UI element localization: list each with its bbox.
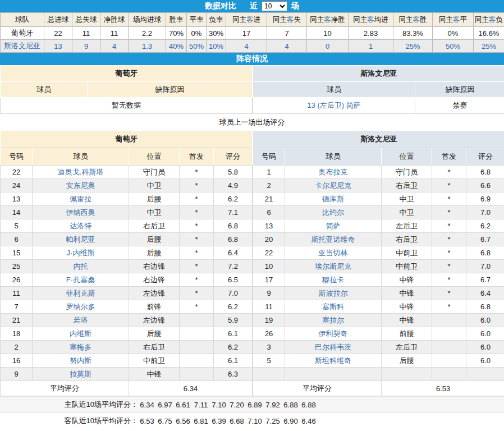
player-link[interactable]: 塞斯科 — [322, 302, 344, 311]
player-link[interactable]: J·内维斯 — [67, 249, 95, 257]
player-number-cell: 14 — [1, 206, 33, 219]
player-name-cell[interactable]: 塞拉尔 — [285, 314, 382, 327]
player-starter-cell — [432, 341, 466, 354]
player-starter-cell — [432, 327, 466, 341]
player-link[interactable]: 比约尔 — [322, 208, 344, 217]
player-position-cell: 中锋 — [382, 300, 432, 314]
match-count-select[interactable]: 10 — [262, 1, 287, 11]
player-name-cell[interactable]: 塞梅多 — [33, 341, 129, 354]
player-starter-cell: * — [180, 273, 214, 287]
player-starter-cell: * — [432, 260, 466, 273]
player-name-cell[interactable]: 斯波拉尔 — [285, 287, 382, 300]
player-link[interactable]: 若塔 — [74, 316, 88, 324]
player-link[interactable]: 伊利契奇 — [319, 329, 348, 338]
player-name-cell[interactable]: 比约尔 — [285, 206, 382, 219]
player-name-cell[interactable]: J·内维斯 — [33, 246, 129, 260]
player-link[interactable]: 简萨 — [326, 222, 341, 230]
player-name-cell[interactable]: 内托 — [33, 260, 129, 273]
absent-player-link[interactable]: 13 (左后卫) 简萨 — [307, 101, 360, 109]
player-link[interactable]: 伊纳西奥 — [66, 208, 95, 217]
player-name-cell[interactable]: 亚当切林 — [285, 246, 382, 260]
column-header: 同主客胜 — [393, 13, 433, 27]
player-link[interactable]: 巴尔科韦茨 — [315, 343, 351, 351]
player-name-cell[interactable]: 埃尔斯尼克 — [285, 260, 382, 273]
player-row: 25 内托 右边锋 * 7.2 — [1, 260, 253, 273]
player-link[interactable]: 卡尔尼尼克 — [315, 181, 351, 190]
away-ratings-table: 斯洛文尼亚 号码 球员 位置 首发 评分 1 奥布拉克 守门员 * 6.8 — [253, 130, 504, 396]
player-name-cell[interactable]: 罗纳尔多 — [33, 300, 129, 314]
away-team-header-row: 斯洛文尼亚 — [253, 131, 504, 148]
player-name-cell[interactable]: 安东尼奥 — [33, 179, 129, 192]
player-name-cell[interactable]: 穆拉卡 — [285, 273, 382, 287]
player-name-cell[interactable]: 斯坦科维奇 — [285, 354, 382, 368]
player-name-cell[interactable]: 佩雷拉 — [33, 192, 129, 206]
player-link[interactable]: 埃尔斯尼克 — [315, 262, 351, 270]
player-link[interactable]: 斯坦科维奇 — [315, 356, 351, 365]
absent-player-cell[interactable]: 13 (左后卫) 简萨 — [253, 98, 415, 114]
player-name-cell[interactable]: 菲利克斯 — [33, 287, 129, 300]
rating-value: 6.81 — [192, 417, 210, 425]
player-name-cell[interactable]: 迪奥戈.科斯塔 — [33, 166, 129, 179]
player-name-cell[interactable]: 伊纳西奥 — [33, 206, 129, 219]
player-link[interactable]: 内维斯 — [70, 329, 91, 338]
team-name-cell[interactable]: 斯洛文尼亚 — [1, 40, 44, 53]
player-name-cell[interactable]: 塞斯科 — [285, 300, 382, 314]
player-position-cell: 守门员 — [129, 166, 180, 179]
player-number-cell — [253, 368, 285, 381]
player-starter-cell: * — [432, 300, 466, 314]
player-name-cell[interactable]: 巴尔科韦茨 — [285, 341, 382, 354]
player-number-cell: 3 — [253, 341, 285, 354]
player-position-cell: 左边锋 — [129, 287, 180, 300]
player-link[interactable]: 内托 — [74, 262, 88, 270]
player-link[interactable]: 菲利克斯 — [66, 289, 95, 297]
player-name-cell[interactable]: 德库斯 — [285, 192, 382, 206]
player-link[interactable]: 奥布拉克 — [319, 168, 348, 176]
player-link[interactable]: F·孔塞桑 — [66, 276, 95, 284]
player-link[interactable]: 塞拉尔 — [322, 316, 344, 324]
player-link[interactable]: 努内斯 — [70, 356, 91, 365]
player-name-cell[interactable] — [285, 368, 382, 381]
player-rating-cell: 6.4 — [214, 246, 253, 260]
player-link[interactable]: 迪奥戈.科斯塔 — [58, 168, 104, 176]
player-link[interactable]: 亚当切林 — [319, 249, 348, 257]
player-link[interactable]: 安东尼奥 — [66, 181, 95, 190]
player-name-cell[interactable]: 若塔 — [33, 314, 129, 327]
no-data-cell: 暂无数据 — [1, 98, 253, 114]
player-name-cell[interactable]: 卡尔尼尼克 — [285, 179, 382, 192]
column-header: 球队 — [1, 13, 44, 27]
player-link[interactable]: 拉莫斯 — [70, 370, 91, 378]
stat-value-cell: 0% — [433, 27, 474, 40]
player-name-cell[interactable]: 内维斯 — [33, 327, 129, 341]
player-number-cell: 2 — [1, 341, 33, 354]
player-link[interactable]: 斯波拉尔 — [319, 289, 348, 297]
player-name-cell[interactable]: 斯托亚诺维奇 — [285, 233, 382, 246]
player-link[interactable]: 德库斯 — [322, 195, 344, 203]
player-number-cell: 15 — [1, 246, 33, 260]
player-link[interactable]: 斯托亚诺维奇 — [311, 235, 355, 244]
player-link[interactable]: 穆拉卡 — [322, 276, 344, 284]
player-name-cell[interactable]: 拉莫斯 — [33, 368, 129, 381]
recent-label: 近 — [250, 1, 258, 11]
player-link[interactable]: 佩雷拉 — [70, 195, 91, 203]
rating-value: 7.10 — [246, 417, 264, 425]
player-link[interactable]: 达洛特 — [70, 222, 91, 230]
away-team-link[interactable]: 斯洛文尼亚 — [4, 42, 40, 50]
average-rating-row: 平均评分 6.53 — [253, 381, 504, 396]
player-name-cell[interactable]: 努内斯 — [33, 354, 129, 368]
player-position-cell: 右后卫 — [382, 233, 432, 246]
stat-value-cell: 7 — [267, 27, 307, 40]
player-link[interactable]: 塞梅多 — [70, 343, 91, 351]
player-row: 11 菲利克斯 左边锋 * 7.0 — [1, 287, 253, 300]
player-name-cell[interactable]: 奥布拉克 — [285, 166, 382, 179]
player-name-cell[interactable]: 简萨 — [285, 219, 382, 233]
player-name-cell[interactable]: 帕利尼亚 — [33, 233, 129, 246]
player-starter-cell: * — [180, 246, 214, 260]
player-link[interactable]: 罗纳尔多 — [66, 302, 95, 311]
stat-value-cell: 4 — [100, 40, 129, 53]
player-rating-cell: 6.3 — [214, 368, 253, 381]
player-name-cell[interactable]: 伊利契奇 — [285, 327, 382, 341]
player-name-cell[interactable]: 达洛特 — [33, 219, 129, 233]
player-name-cell[interactable]: F·孔塞桑 — [33, 273, 129, 287]
player-link[interactable]: 帕利尼亚 — [66, 235, 95, 244]
player-row: 22 迪奥戈.科斯塔 守门员 * 5.8 — [1, 166, 253, 179]
